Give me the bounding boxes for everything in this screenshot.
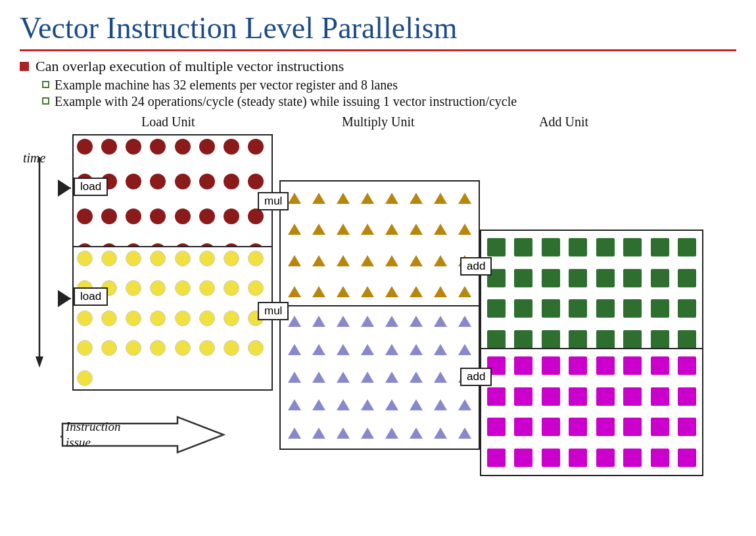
add-unit-label: Add Unit xyxy=(539,114,588,130)
multiply-unit-label: Multiply Unit xyxy=(342,114,415,130)
instruction-issue-area: Instruction issue xyxy=(56,414,227,456)
mul1-label: mul xyxy=(258,192,289,210)
load-block-bottom xyxy=(72,246,273,391)
load2-label: load xyxy=(74,287,108,306)
sub-bullet-icon-2 xyxy=(42,97,49,105)
load1-label: load xyxy=(74,178,108,196)
add-grid-top xyxy=(481,231,702,356)
page: Vector Instruction Level Parallelism Can… xyxy=(0,0,756,536)
sub-bullets: Example machine has 32 elements per vect… xyxy=(42,78,736,109)
add-grid-bottom xyxy=(481,349,702,475)
svg-marker-2 xyxy=(58,180,71,197)
instruction-issue-label: Instruction issue xyxy=(66,419,120,451)
time-label: time xyxy=(23,151,45,167)
svg-marker-1 xyxy=(35,356,43,368)
sub-bullet-1: Example machine has 32 elements per vect… xyxy=(42,78,736,93)
load-unit-label: Load Unit xyxy=(141,114,195,130)
sub-bullet-2: Example with 24 operations/cycle (steady… xyxy=(42,94,736,109)
svg-marker-4 xyxy=(58,290,71,307)
page-title: Vector Instruction Level Parallelism xyxy=(20,12,736,45)
multiply-block-bottom xyxy=(279,305,480,450)
multiply-grid-bottom xyxy=(281,306,479,449)
add-block-top xyxy=(480,230,703,358)
main-bullet: Can overlap execution of multiple vector… xyxy=(20,58,736,75)
load-grid-bottom xyxy=(74,247,272,389)
mul2-label: mul xyxy=(258,302,289,320)
add-block-bottom xyxy=(480,348,703,476)
add2-label: add xyxy=(460,368,492,386)
diagram-area: Load Unit Multiply Unit Add Unit xyxy=(20,114,736,463)
add1-label: add xyxy=(460,257,492,276)
title-divider xyxy=(20,49,736,51)
bullet-icon xyxy=(20,62,29,71)
sub-bullet-icon-1 xyxy=(42,81,49,88)
